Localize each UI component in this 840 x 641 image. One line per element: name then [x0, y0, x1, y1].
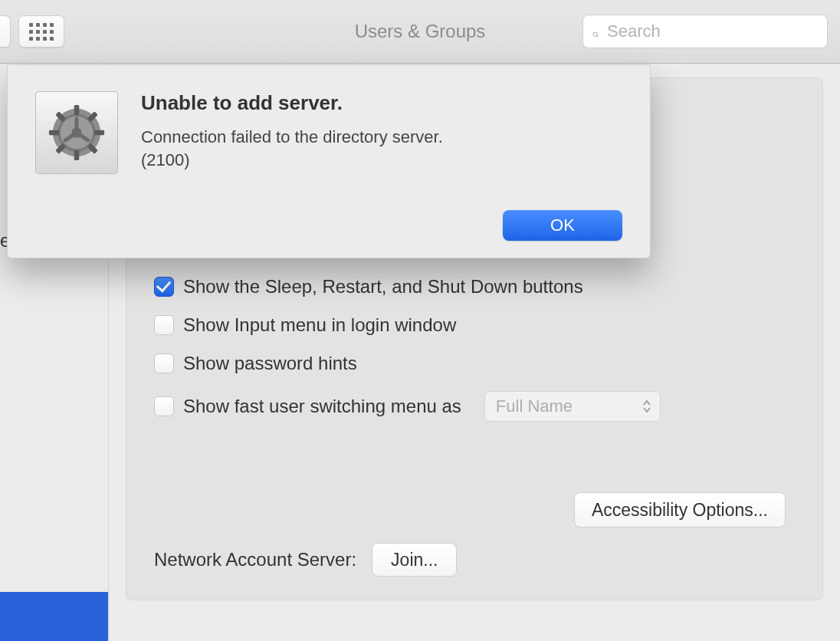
svg-point-0 [593, 32, 597, 36]
show-all-button[interactable] [18, 15, 64, 48]
option-sleep-restart-shutdown[interactable]: Show the Sleep, Restart, and Shut Down b… [154, 276, 799, 297]
select-value: Full Name [496, 396, 573, 416]
checkbox-checked-icon[interactable] [154, 277, 174, 297]
option-label: Show the Sleep, Restart, and Shut Down b… [183, 276, 583, 297]
svg-rect-4 [74, 105, 80, 115]
toolbar: Users & Groups [0, 0, 840, 64]
option-password-hints[interactable]: Show password hints [154, 353, 799, 374]
window-title: Users & Groups [355, 21, 486, 42]
error-dialog: Unable to add server. Connection failed … [7, 64, 651, 258]
chevron-updown-icon [643, 400, 651, 413]
dialog-title: Unable to add server. [141, 91, 622, 115]
option-label: Show password hints [183, 353, 357, 374]
option-label: Show Input menu in login window [183, 314, 456, 336]
option-label: Show fast user switching menu as [183, 396, 461, 417]
button-label: OK [550, 215, 575, 235]
button-label: Join... [391, 550, 438, 570]
button-label: Accessibility Options... [592, 500, 768, 521]
fast-user-switching-select[interactable]: Full Name [484, 391, 661, 422]
sidebar-item-login-options[interactable]: ons [0, 592, 108, 641]
svg-line-1 [597, 36, 599, 38]
checkbox-icon[interactable] [154, 315, 174, 335]
search-input[interactable] [607, 21, 818, 41]
search-icon [592, 24, 599, 39]
option-fast-user-switching[interactable]: Show fast user switching menu as Full Na… [154, 391, 799, 422]
checkbox-icon[interactable] [154, 353, 174, 373]
grid-icon [29, 23, 54, 41]
nav-forward-button[interactable] [0, 15, 11, 48]
accessibility-options-button[interactable]: Accessibility Options... [574, 492, 786, 528]
checkbox-icon[interactable] [154, 396, 174, 416]
system-preferences-icon [35, 91, 118, 174]
search-field[interactable] [582, 15, 828, 48]
network-account-row: Network Account Server: Join... [154, 543, 457, 577]
ok-button[interactable]: OK [503, 210, 622, 241]
dialog-message: Connection failed to the directory serve… [141, 126, 622, 171]
option-input-menu[interactable]: Show Input menu in login window [154, 314, 799, 336]
join-button[interactable]: Join... [372, 543, 457, 577]
network-account-label: Network Account Server: [154, 549, 356, 570]
